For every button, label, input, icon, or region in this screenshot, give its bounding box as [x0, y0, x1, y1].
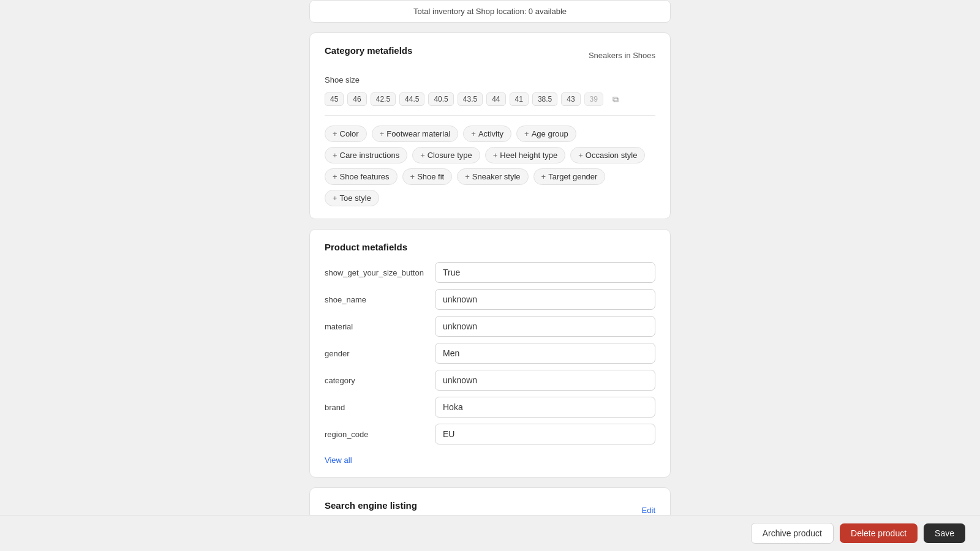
tag-chip-toe-style[interactable]: + Toe style	[325, 190, 379, 206]
tag-label: Color	[340, 129, 359, 138]
metafield-label: material	[325, 322, 435, 331]
tag-label: Target gender	[548, 172, 597, 181]
metafield-label: brand	[325, 403, 435, 412]
plus-icon: +	[541, 172, 546, 181]
tag-label: Shoe fit	[417, 172, 444, 181]
metafield-label: category	[325, 376, 435, 385]
metafield-row-material: material	[325, 316, 655, 337]
tag-chip-color[interactable]: + Color	[325, 126, 367, 142]
category-metafields-card: Category metafields Sneakers in Shoes Sh…	[309, 32, 671, 219]
metafield-input-show-button[interactable]	[435, 262, 655, 283]
tag-chip-closure-type[interactable]: + Closure type	[412, 147, 480, 163]
size-badge: 40.5	[428, 92, 453, 106]
plus-icon: +	[493, 151, 498, 160]
page-wrapper: Total inventory at Shop location: 0 avai…	[0, 0, 980, 551]
size-badge: 43	[561, 92, 580, 106]
metafield-input-shoe-name[interactable]	[435, 289, 655, 310]
seo-edit-link[interactable]: Edit	[642, 506, 655, 515]
plus-icon: +	[410, 172, 415, 181]
size-badge: 46	[347, 92, 366, 106]
bottom-action-bar: Archive product Delete product Save	[0, 515, 980, 551]
plus-icon: +	[333, 151, 337, 160]
tags-area: + Color + Footwear material + Activity +…	[325, 126, 655, 206]
plus-icon: +	[333, 193, 337, 203]
tag-chip-activity[interactable]: + Activity	[463, 126, 511, 142]
size-badges: 45 46 42.5 44.5 40.5 43.5 44 41 38.5 43 …	[325, 91, 624, 108]
tag-chip-age-group[interactable]: + Age group	[516, 126, 576, 142]
size-badge: 38.5	[532, 92, 557, 106]
size-badge: 42.5	[371, 92, 396, 106]
tag-label: Shoe features	[340, 172, 390, 181]
tag-chip-footwear-material[interactable]: + Footwear material	[372, 126, 459, 142]
tag-chip-target-gender[interactable]: + Target gender	[533, 168, 606, 185]
product-metafields-title: Product metafields	[325, 242, 407, 252]
tag-label: Activity	[478, 129, 503, 138]
metafield-label: shoe_name	[325, 295, 435, 304]
metafield-label: region_code	[325, 430, 435, 439]
size-badge: 45	[325, 92, 344, 106]
metafields-list: show_get_your_size_button shoe_name mate…	[325, 262, 655, 444]
metafield-row-shoe-name: shoe_name	[325, 289, 655, 310]
plus-icon: +	[420, 151, 425, 160]
delete-product-button[interactable]: Delete product	[840, 523, 918, 543]
tag-label: Heel height type	[500, 151, 557, 160]
tag-chip-sneaker-style[interactable]: + Sneaker style	[457, 168, 528, 185]
inventory-text: Total inventory at Shop location: 0 avai…	[413, 7, 567, 16]
inventory-bar: Total inventory at Shop location: 0 avai…	[309, 0, 671, 23]
plus-icon: +	[333, 172, 337, 181]
metafield-row-brand: brand	[325, 397, 655, 418]
archive-product-button[interactable]: Archive product	[751, 523, 834, 544]
category-metafields-title: Category metafields	[325, 45, 412, 56]
divider	[325, 115, 655, 116]
size-badge: 43.5	[458, 92, 483, 106]
metafield-label: show_get_your_size_button	[325, 268, 435, 277]
tag-label: Occasion style	[586, 151, 638, 160]
plus-icon: +	[465, 172, 470, 181]
metafield-input-category[interactable]	[435, 370, 655, 391]
copy-sizes-icon[interactable]: ⧉	[607, 91, 624, 108]
metafield-input-region-code[interactable]	[435, 424, 655, 444]
tag-label: Footwear material	[386, 129, 450, 138]
metafield-row-category: category	[325, 370, 655, 391]
tag-label: Toe style	[340, 193, 371, 203]
metafield-row-show-button: show_get_your_size_button	[325, 262, 655, 283]
product-metafields-card: Product metafields show_get_your_size_bu…	[309, 229, 671, 478]
metafield-input-material[interactable]	[435, 316, 655, 337]
size-badge: 44.5	[399, 92, 424, 106]
category-metafields-header: Category metafields Sneakers in Shoes	[325, 45, 655, 66]
plus-icon: +	[333, 129, 337, 138]
size-badge: 41	[510, 92, 529, 106]
shoe-size-row: Shoe size 45 46 42.5 44.5 40.5 43.5 44 4…	[325, 75, 655, 108]
tag-chip-shoe-features[interactable]: + Shoe features	[325, 168, 398, 185]
plus-icon: +	[524, 129, 529, 138]
category-breadcrumb: Sneakers in Shoes	[589, 51, 655, 60]
content-area: Total inventory at Shop location: 0 avai…	[309, 0, 671, 551]
metafield-label: gender	[325, 349, 435, 358]
metafield-input-gender[interactable]	[435, 343, 655, 364]
tag-label: Closure type	[428, 151, 472, 160]
metafield-row-gender: gender	[325, 343, 655, 364]
tag-chip-care-instructions[interactable]: + Care instructions	[325, 147, 407, 163]
tag-chip-shoe-fit[interactable]: + Shoe fit	[402, 168, 453, 185]
plus-icon: +	[471, 129, 476, 138]
tag-label: Care instructions	[340, 151, 400, 160]
metafield-row-region-code: region_code	[325, 424, 655, 444]
size-badge: 44	[486, 92, 505, 106]
shoe-size-label: Shoe size	[325, 75, 374, 84]
tag-label: Sneaker style	[472, 172, 521, 181]
save-button[interactable]: Save	[924, 523, 965, 543]
plus-icon: +	[578, 151, 583, 160]
metafield-input-brand[interactable]	[435, 397, 655, 418]
plus-icon: +	[380, 129, 385, 138]
view-all-link[interactable]: View all	[325, 455, 352, 465]
tag-chip-heel-height-type[interactable]: + Heel height type	[485, 147, 566, 163]
size-badge-faded: 39	[584, 92, 603, 106]
tag-chip-occasion-style[interactable]: + Occasion style	[570, 147, 645, 163]
tag-label: Age group	[532, 129, 568, 138]
seo-title: Search engine listing	[325, 500, 417, 511]
